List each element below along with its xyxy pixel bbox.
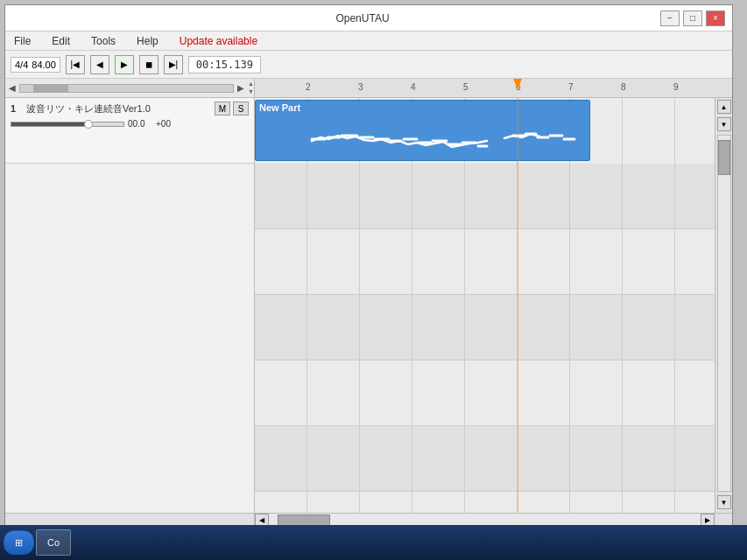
prev-button[interactable]: ◀ — [90, 55, 109, 74]
menu-edit[interactable]: Edit — [46, 33, 75, 49]
track-name: 波音リツ・キレ連続音Ver1.0 — [26, 102, 211, 116]
right-arrow-icon[interactable]: ▶ — [237, 83, 244, 93]
scroll-down-button[interactable]: ▼ — [717, 495, 731, 509]
time-sig-group: 4/4 84.00 — [11, 57, 60, 73]
grid-and-scroll: New Part — [255, 98, 732, 513]
track-number: 1 — [11, 103, 23, 114]
midi-part[interactable]: New Part — [255, 100, 590, 161]
rewind-button[interactable]: |◀ — [66, 55, 85, 74]
mute-button[interactable]: M — [215, 102, 230, 116]
track-panel: ◀ ▶ ▲ ▼ 1 波音リツ・キレ連続音Ver1.0 M S — [5, 79, 255, 527]
zoom-out-button[interactable]: ▼ — [717, 117, 731, 131]
track-slider-row: 00.0 +00 — [11, 119, 249, 129]
next-button[interactable]: ▶| — [164, 55, 183, 74]
menu-update[interactable]: Update available — [174, 33, 263, 49]
vline-9 — [674, 98, 675, 164]
track-item: 1 波音リツ・キレ連続音Ver1.0 M S 00.0 +00 — [5, 98, 254, 164]
right-side-controls: ▲ ▼ ▼ — [715, 98, 732, 513]
stop-button[interactable]: ◼ — [139, 55, 159, 74]
close-button[interactable]: × — [706, 10, 725, 26]
track-control-buttons: M S — [215, 102, 249, 116]
app-button-label: Co — [47, 537, 60, 548]
beat-2: 2 — [306, 82, 311, 92]
seq-up-icon[interactable]: ▲ — [248, 80, 254, 88]
start-button[interactable]: ⊞ — [4, 530, 34, 555]
grid-row-6 — [255, 426, 715, 492]
taskbar: ⊞ Co — [0, 525, 747, 560]
toolbar: 4/4 84.00 |◀ ◀ ▶ ◼ ▶| 00:15.139 — [5, 51, 732, 79]
beat-8: 8 — [621, 82, 626, 92]
beat-9: 9 — [673, 82, 679, 92]
minimize-button[interactable]: − — [660, 10, 680, 26]
grid-row-7 — [255, 492, 715, 513]
playhead-marker — [513, 79, 522, 91]
beat-7: 7 — [568, 82, 574, 92]
title-bar: OpenUTAU − □ × — [5, 5, 732, 32]
beat-ruler: 2 3 4 5 6 7 8 9 — [255, 79, 732, 98]
main-window: OpenUTAU − □ × File Edit Tools Help Upda… — [4, 4, 733, 547]
grid-background: New Part — [255, 98, 715, 513]
midi-part-label: New Part — [259, 102, 300, 113]
grid-row-3 — [255, 229, 715, 295]
left-arrow-icon[interactable]: ◀ — [9, 83, 16, 93]
v-scrollbar-thumb — [718, 140, 730, 175]
grid-area[interactable]: New Part — [255, 98, 715, 513]
start-label: ⊞ — [15, 537, 23, 549]
volume-slider[interactable] — [11, 122, 124, 127]
track-top-row: 1 波音リツ・キレ連続音Ver1.0 M S — [11, 102, 249, 116]
beat-3: 3 — [358, 82, 363, 92]
solo-button[interactable]: S — [233, 102, 249, 116]
zoom-in-button[interactable]: ▲ — [717, 100, 731, 114]
bpm-display[interactable]: 84.00 — [32, 60, 56, 70]
window-controls: − □ × — [660, 10, 725, 26]
sequencer-area: 2 3 4 5 6 7 8 9 — [255, 79, 732, 527]
pan-display: +00 — [156, 119, 180, 129]
vline-8 — [622, 98, 623, 164]
play-button[interactable]: ▶ — [115, 55, 134, 74]
grid-row-5 — [255, 360, 715, 426]
v-scrollbar-track[interactable] — [717, 135, 731, 492]
midi-part-notes — [259, 116, 586, 157]
time-sig-display[interactable]: 4/4 — [15, 60, 28, 70]
grid-row-2 — [255, 164, 715, 229]
window-title: OpenUTAU — [65, 12, 660, 24]
seq-down-icon[interactable]: ▼ — [248, 88, 254, 95]
volume-display: 00.0 — [128, 119, 152, 129]
track-header-spacer: ◀ ▶ ▲ ▼ — [5, 79, 254, 98]
main-content: ◀ ▶ ▲ ▼ 1 波音リツ・キレ連続音Ver1.0 M S — [5, 79, 732, 527]
beat-5: 5 — [463, 82, 469, 92]
menu-help[interactable]: Help — [131, 33, 164, 49]
beat-4: 4 — [411, 82, 416, 92]
taskbar-app-button[interactable]: Co — [36, 529, 71, 556]
menu-bar: File Edit Tools Help Update available — [5, 32, 732, 51]
time-display: 00:15.139 — [188, 56, 261, 74]
menu-tools[interactable]: Tools — [86, 33, 121, 49]
grid-row-4 — [255, 295, 715, 360]
maximize-button[interactable]: □ — [683, 10, 702, 26]
menu-file[interactable]: File — [9, 33, 36, 49]
empty-track-area — [5, 164, 254, 513]
